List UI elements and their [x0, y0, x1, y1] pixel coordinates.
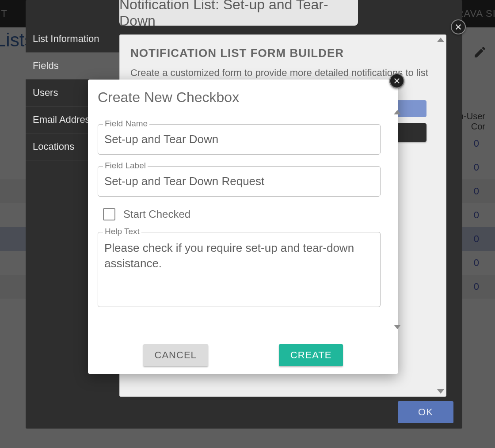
help-text-input[interactable]: [98, 232, 381, 307]
sidebar-item-list-information[interactable]: List Information: [26, 26, 119, 53]
panel-heading: NOTIFICATION LIST FORM BUILDER: [130, 46, 435, 60]
field-name-input[interactable]: [98, 124, 381, 155]
field-legend: Field Label: [103, 161, 148, 171]
start-checked-label: Start Checked: [123, 208, 190, 220]
scroll-up-icon[interactable]: [394, 110, 401, 114]
ok-button[interactable]: OK: [398, 401, 453, 423]
field-legend: Field Name: [103, 119, 149, 129]
start-checked-row: Start Checked: [103, 208, 388, 220]
sidebar-item-fields[interactable]: Fields: [26, 53, 119, 80]
close-icon[interactable]: [451, 19, 466, 34]
field-name-field: Field Name: [98, 124, 388, 155]
scroll-up-icon[interactable]: [437, 38, 444, 42]
field-legend: Help Text: [103, 227, 141, 236]
field-label-field: Field Label: [98, 166, 388, 197]
create-button[interactable]: CREATE: [279, 344, 343, 366]
help-text-field: Help Text: [98, 232, 388, 309]
cancel-button[interactable]: CANCEL: [143, 344, 208, 366]
dialog-title: Create New Checkbox: [88, 80, 398, 110]
field-label-input[interactable]: [98, 166, 381, 197]
dialog-title: Notification List: Set-up and Tear-Down: [119, 0, 358, 26]
dialog-body: Field Name Field Label Start Checked Hel…: [88, 110, 398, 332]
create-checkbox-dialog: Create New Checkbox Field Name Field Lab…: [88, 80, 398, 374]
scroll-down-icon[interactable]: [437, 389, 444, 394]
dialog-footer: CANCEL CREATE: [88, 336, 398, 374]
scroll-down-icon[interactable]: [394, 325, 401, 329]
close-icon[interactable]: [389, 73, 404, 88]
start-checked-checkbox[interactable]: [103, 208, 115, 220]
